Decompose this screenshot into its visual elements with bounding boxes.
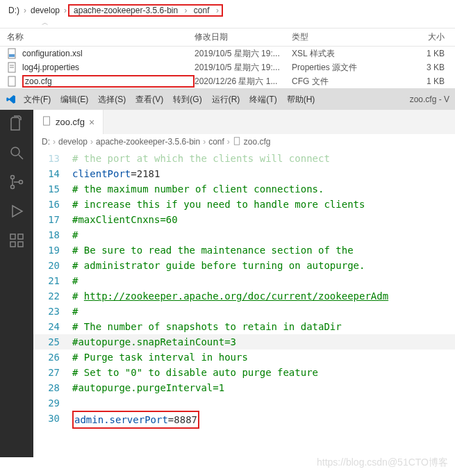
code-text: #autopurge.snapRetainCount=3 [72,334,236,350]
file-size: 1 KB [389,76,445,86]
menu-goto[interactable]: 转到(G) [173,94,201,106]
code-editor[interactable]: 13# the port at which the clients will c… [33,149,455,430]
search-icon[interactable] [8,145,25,161]
bc-item[interactable]: conf [208,137,224,147]
bc-item[interactable]: D: [42,137,50,147]
menu-edit[interactable]: 编辑(E) [60,94,88,106]
svg-point-9 [11,186,15,189]
code-text: # increase this if you need to handle mo… [72,197,365,212]
titlebar: 文件(F) 编辑(E) 选择(S) 查看(V) 转到(G) 运行(R) 终端(T… [0,89,455,110]
svg-rect-1 [9,54,15,57]
highlight-box: admin.serverPort=8887 [72,411,199,429]
xsl-file-icon [7,48,18,59]
file-name: configuration.xsl [22,49,195,58]
code-text: # administrator guide before turning on … [72,258,365,273]
tab-filename: zoo.cfg [56,117,85,127]
chevron-icon: › [90,137,93,147]
code-text: # Purge task interval in hours [72,350,248,365]
tabbar: zoo.cfg × [33,110,455,134]
file-date: 2019/10/5 星期六 19:... [195,62,292,74]
code-text: # [72,227,78,243]
file-row[interactable]: log4j.properties 2019/10/5 星期六 19:... Pr… [0,60,455,74]
close-icon[interactable]: × [89,117,94,128]
line-number: 27 [33,365,72,380]
line-number: 18 [33,227,72,243]
svg-rect-5 [8,76,15,86]
file-name: zoo.cfg [22,75,195,88]
cfg-file-icon [7,76,18,87]
sort-indicator-icon: ︿ [42,18,455,28]
explorer-columns: 名称 修改日期 类型 大小 [0,28,455,47]
menu-help[interactable]: 帮助(H) [287,94,315,106]
code-text: # Be sure to read the maintenance sectio… [72,243,354,258]
menu-file[interactable]: 文件(F) [24,94,51,106]
code-text: # the maximum number of client connectio… [72,181,324,197]
line-number: 16 [33,197,72,212]
file-type: CFG 文件 [292,76,389,88]
code-text: # [72,273,78,288]
file-type: Properties 源文件 [292,62,389,74]
source-control-icon[interactable] [8,174,25,190]
file-row[interactable]: configuration.xsl 2019/10/5 星期六 19:... X… [0,47,455,60]
chevron-icon: › [216,6,219,15]
code-text: # The number of snapshots to retain in d… [72,319,342,334]
breadcrumb-develop[interactable]: develop [28,4,63,17]
extensions-icon[interactable] [8,232,25,249]
menu-view[interactable]: 查看(V) [135,94,163,106]
svg-point-6 [11,147,19,156]
menu-select[interactable]: 选择(S) [98,94,126,106]
svg-rect-16 [234,137,240,145]
file-name: log4j.properties [22,63,195,72]
vscode-logo-icon [6,94,17,105]
window-title: zoo.cfg - V [410,95,449,104]
breadcrumb-root[interactable]: D:) [6,4,22,17]
col-date[interactable]: 修改日期 [195,31,292,43]
line-number: 19 [33,243,72,258]
code-text: # the port at which the clients will con… [72,151,330,166]
svg-rect-11 [10,234,15,239]
chevron-icon: › [227,137,230,147]
debug-icon[interactable] [8,203,25,220]
svg-point-8 [11,176,15,179]
breadcrumb-conf[interactable]: conf [191,4,213,17]
menu-terminal[interactable]: 终端(T) [249,94,276,106]
menu-run[interactable]: 运行(R) [212,94,240,106]
breadcrumb-highlight: apache-zookeeper-3.5.6-bin › conf › [68,4,223,17]
code-text: admin.serverPort=8887 [72,411,199,429]
editor-breadcrumbs[interactable]: D:› develop› apache-zookeeper-3.5.6-bin›… [33,134,455,149]
line-number: 21 [33,273,72,288]
line-number: 28 [33,380,72,395]
file-size: 3 KB [389,63,445,72]
bc-item[interactable]: zoo.cfg [244,137,271,147]
code-text: # [72,304,78,319]
file-type: XSL 样式表 [292,48,389,60]
line-number: 14 [33,166,72,181]
file-date: 2019/10/5 星期六 19:... [195,48,292,60]
chevron-icon: › [53,137,56,147]
file-date: 2020/12/26 星期六 1... [195,76,292,88]
file-icon [42,116,51,128]
chevron-icon: › [24,6,26,15]
code-text: # http://zookeeper.apache.org/doc/curren… [72,288,388,304]
file-row[interactable]: zoo.cfg 2020/12/26 星期六 1... CFG 文件 1 KB [0,74,455,88]
chevron-icon: › [185,6,188,15]
col-type[interactable]: 类型 [292,31,389,43]
watermark: https://blog.csdn@51CTO博客 [317,457,448,469]
code-text: clientPort=2181 [72,166,160,181]
bc-item[interactable]: develop [58,137,88,147]
bc-item[interactable]: apache-zookeeper-3.5.6-bin [96,137,200,147]
line-number: 23 [33,304,72,319]
col-size[interactable]: 大小 [389,31,445,43]
code-text: #autopurge.purgeInterval=1 [72,380,224,395]
properties-file-icon [7,62,18,73]
col-name[interactable]: 名称 [7,31,195,43]
breadcrumb-zk[interactable]: apache-zookeeper-3.5.6-bin [71,4,181,17]
explorer-icon[interactable] [8,115,25,132]
svg-line-7 [19,155,23,159]
line-number: 15 [33,181,72,197]
editor-tab[interactable]: zoo.cfg × [33,110,104,134]
svg-point-10 [19,181,23,184]
line-number: 13 [33,151,72,166]
file-icon [233,137,241,147]
vscode-window: 文件(F) 编辑(E) 选择(S) 查看(V) 转到(G) 运行(R) 终端(T… [0,88,455,457]
